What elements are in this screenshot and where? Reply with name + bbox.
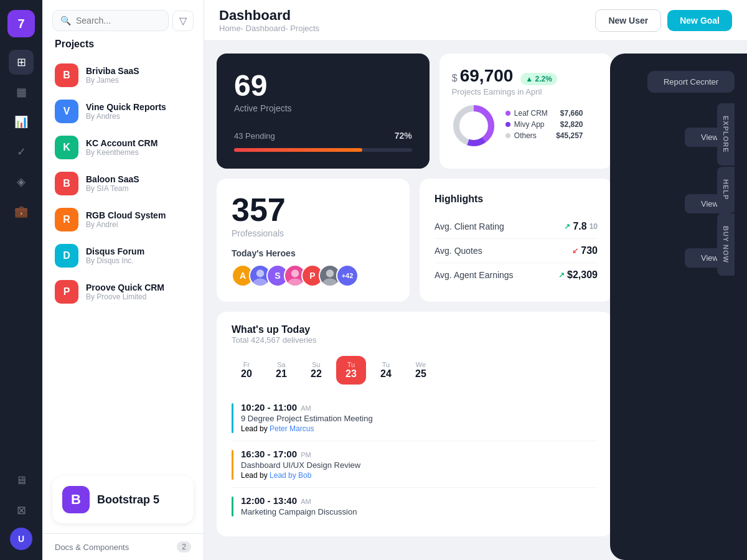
legend-dot	[505, 133, 510, 138]
highlight-name: Avg. Agent Earnings	[435, 270, 514, 280]
highlights-card: Highlights Avg. Client Rating ↗ 7.8 10 A…	[420, 179, 613, 302]
calendar-day[interactable]: Su 22	[301, 356, 331, 385]
event-details: 10:20 - 11:00 AM 9 Degree Project Estima…	[241, 402, 373, 433]
day-num: 20	[241, 368, 252, 380]
search-box[interactable]: 🔍	[52, 10, 169, 31]
cards-row: 69 Active Projects 43 Pending 72% $ 69,7…	[217, 54, 613, 169]
earnings-badge: ▲ 2.2%	[520, 73, 557, 85]
nav-icon-grid2[interactable]: ⊠	[9, 498, 34, 523]
event-details: 12:00 - 13:40 AM Marketing Campaign Disc…	[241, 495, 357, 516]
project-info: RGB Cloud System By Andrei	[86, 210, 166, 229]
nav-icon-layers[interactable]: ◈	[9, 169, 34, 194]
main-content: Dashboard Home- Dashboard- Projects New …	[204, 0, 747, 560]
bootstrap-icon: B	[62, 486, 90, 513]
nav-icon-chart[interactable]: 📊	[9, 110, 34, 134]
nav-user-avatar[interactable]: 7	[7, 10, 35, 37]
side-tab-help[interactable]: Help	[717, 167, 735, 212]
new-user-button[interactable]: New User	[595, 9, 661, 32]
calendar-day[interactable]: Sa 21	[266, 356, 296, 385]
side-tab-buy-now[interactable]: Buy now	[717, 213, 735, 276]
list-item[interactable]: B Briviba SaaS By James	[42, 57, 204, 93]
project-name: Proove Quick CRM	[86, 282, 164, 292]
event-lead-link[interactable]: Peter Marcus	[270, 424, 314, 433]
progress-bar-fill	[234, 148, 362, 152]
filter-button[interactable]: ▽	[172, 11, 194, 31]
calendar-day[interactable]: We 25	[406, 356, 436, 385]
event-bar	[232, 450, 233, 480]
project-icon-disqus: D	[55, 244, 78, 268]
topbar: Dashboard Home- Dashboard- Projects New …	[204, 0, 747, 41]
nav-icon-briefcase[interactable]: 💼	[9, 199, 34, 224]
project-icon-kc: K	[55, 136, 78, 159]
list-item[interactable]: D Disqus Forum By Disqus Inc.	[42, 238, 204, 274]
project-name: Baloon SaaS	[86, 174, 139, 184]
project-name: KC Account CRM	[86, 138, 157, 148]
project-info: KC Account CRM By Keenthemes	[86, 138, 157, 157]
day-num: 25	[415, 368, 426, 380]
project-info: Baloon SaaS By SIA Team	[86, 174, 139, 193]
list-item[interactable]: R RGB Cloud System By Andrei	[42, 202, 204, 238]
project-icon-briviba: B	[55, 63, 78, 87]
highlight-row: Avg. Quotes ↙ 730	[435, 239, 598, 263]
heroes-label: Today's Heroes	[232, 248, 395, 258]
day-num: 24	[380, 368, 392, 380]
project-icon-rgb: R	[55, 208, 78, 231]
calendar-day[interactable]: Tu 24	[371, 356, 401, 385]
search-input[interactable]	[76, 16, 161, 26]
content-area: 69 Active Projects 43 Pending 72% $ 69,7…	[204, 41, 747, 560]
nav-bottom-user-avatar[interactable]: U	[10, 528, 32, 550]
legend-name: Mivy App	[505, 120, 545, 129]
left-navigation: 7 ⊞ ▦ 📊 ✓ ◈ 💼 🖥 ⊠ U	[0, 0, 42, 560]
calendar-day-active[interactable]: Tu 23	[336, 356, 366, 385]
list-item[interactable]: V Vine Quick Reports By Andres	[42, 93, 204, 129]
project-name: Vine Quick Reports	[86, 102, 166, 112]
nav-icon-grid[interactable]: ▦	[9, 80, 34, 105]
day-name: Tu	[347, 361, 355, 368]
report-center-button[interactable]: Report Cecnter	[647, 71, 735, 93]
side-tab-explore[interactable]: Explore	[717, 103, 735, 166]
professionals-label: Professionals	[232, 228, 395, 238]
nav-icon-monitor[interactable]: 🖥	[9, 468, 34, 493]
list-item[interactable]: B Baloon SaaS By SIA Team	[42, 166, 204, 202]
event-lead: Lead by Peter Marcus	[241, 424, 373, 433]
nav-icon-dashboard[interactable]: ⊞	[9, 50, 34, 75]
list-item[interactable]: K KC Account CRM By Keenthemes	[42, 129, 204, 166]
trend-up-icon: ↗	[564, 222, 570, 231]
nav-icon-check[interactable]: ✓	[9, 139, 34, 164]
projects-label: Projects	[42, 31, 204, 55]
day-name: Su	[312, 361, 320, 368]
svg-point-3	[256, 269, 264, 277]
legend-amount: $2,820	[560, 120, 583, 129]
page-title: Dashboard	[219, 7, 319, 24]
legend-amount: $45,257	[556, 131, 583, 140]
trend-up-icon: ↗	[558, 271, 565, 279]
schedule-section: What's up Today Total 424,567 deliveries…	[217, 312, 613, 536]
earnings-card: $ 69,700 ▲ 2.2% Projects Earnings in Apr…	[439, 54, 613, 169]
stats-row: 357 Professionals Today's Heroes A S	[217, 179, 613, 302]
donut-row: Leaf CRM $7,660 Mivy App $2,820	[452, 104, 600, 147]
active-projects-label: Active Projects	[234, 103, 412, 113]
list-item[interactable]: P Proove Quick CRM By Proove Limited	[42, 274, 204, 310]
event-time: 10:20 - 11:00 AM	[241, 402, 373, 413]
event-lead: Lead by Lead by Bob	[241, 471, 360, 480]
event-lead-link[interactable]: Lead by Bob	[270, 471, 311, 480]
donut-chart	[452, 104, 496, 147]
active-projects-number: 69	[234, 71, 412, 101]
sidebar-footer[interactable]: Docs & Components 2	[42, 533, 204, 560]
new-goal-button[interactable]: New Goal	[667, 10, 732, 31]
highlight-row: Avg. Client Rating ↗ 7.8 10	[435, 215, 598, 239]
project-name: Disqus Forum	[86, 246, 144, 256]
event-details: 16:30 - 17:00 PM Dashboard UI/UX Design …	[241, 449, 360, 480]
legend-name: Leaf CRM	[505, 109, 548, 118]
event-period: AM	[301, 404, 311, 412]
project-by: By SIA Team	[86, 184, 139, 193]
highlight-row: Avg. Agent Earnings ↗ $2,309	[435, 263, 598, 287]
highlights-title: Highlights	[435, 194, 598, 205]
calendar-day[interactable]: Fr 20	[232, 356, 261, 385]
day-name: Tu	[382, 361, 390, 368]
event-item: 16:30 - 17:00 PM Dashboard UI/UX Design …	[232, 441, 598, 488]
bootstrap-card[interactable]: B Bootstrap 5	[52, 476, 194, 523]
project-icon-proove: P	[55, 280, 78, 304]
earnings-amount: 69,700	[460, 66, 514, 86]
project-info: Vine Quick Reports By Andres	[86, 102, 166, 121]
